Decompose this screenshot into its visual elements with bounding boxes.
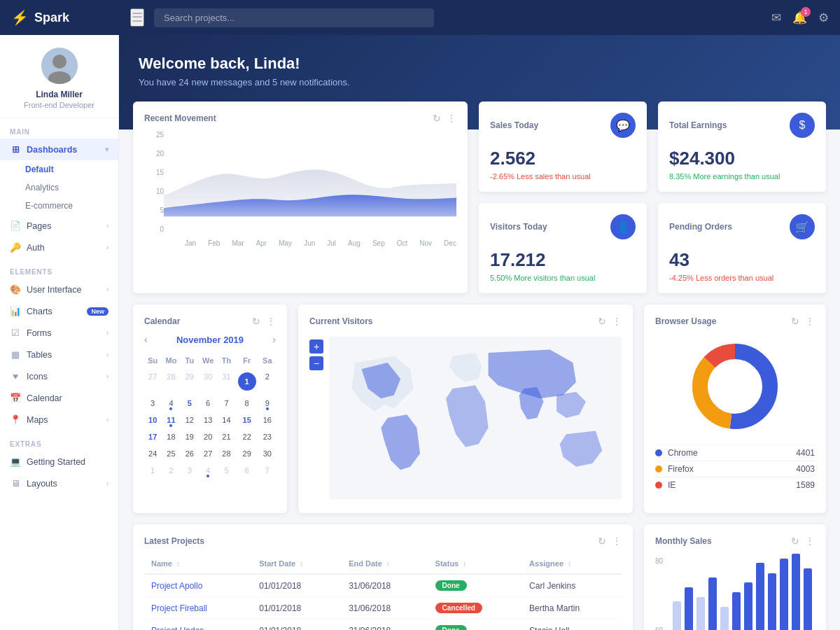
status-badge: Done <box>435 625 467 630</box>
cal-cell[interactable]: 12 <box>181 412 198 428</box>
cal-cell[interactable]: 5 <box>218 463 234 478</box>
calendar-refresh-icon[interactable]: ↻ <box>252 316 260 327</box>
cal-cell[interactable]: 19 <box>181 429 198 444</box>
project-name-link[interactable]: Project Apollo <box>151 581 202 591</box>
cal-cell[interactable]: 10 <box>144 412 161 428</box>
cal-cell[interactable]: 11 <box>162 412 179 428</box>
charts-icon: 📊 <box>10 306 21 316</box>
sidebar-item-dashboards[interactable]: ⊞ Dashboards ▾ <box>0 139 118 160</box>
cal-cell[interactable]: 8 <box>237 396 258 411</box>
cal-next-button[interactable]: › <box>272 334 276 345</box>
cal-cell[interactable]: 24 <box>144 446 161 461</box>
pending-orders-change: -4.25% Less orders than usual <box>669 274 815 282</box>
sidebar-item-user-interface[interactable]: 🎨 User Interface › <box>0 279 118 300</box>
cal-prev-button[interactable]: ‹ <box>144 334 148 345</box>
cal-cell[interactable]: 6 <box>200 396 216 411</box>
map-refresh-icon[interactable]: ↻ <box>598 316 606 327</box>
cal-month-label: November 2019 <box>176 335 244 345</box>
cal-cell[interactable]: 20 <box>200 429 216 444</box>
recent-movement-card: Recent Movement ↻ ⋮ 2520151050 <box>133 102 468 293</box>
cal-cell[interactable]: 3 <box>181 463 198 478</box>
maps-icon: 📍 <box>10 414 21 425</box>
second-row: Calendar ↻ ⋮ ‹ November 2019 › Su Mo Tu … <box>119 304 840 524</box>
cal-cell[interactable]: 21 <box>218 429 234 444</box>
sidebar-item-getting-started[interactable]: 💻 Getting Started <box>0 451 118 472</box>
cal-cell[interactable]: 25 <box>162 446 179 461</box>
notifications-icon[interactable]: 🔔1 <box>792 10 807 25</box>
refresh-icon[interactable]: ↻ <box>433 113 441 124</box>
user-role: Front-end Developer <box>8 101 110 109</box>
cal-cell[interactable]: 14 <box>218 412 234 428</box>
browser-refresh-icon[interactable]: ↻ <box>791 316 799 327</box>
cal-cell[interactable]: 6 <box>237 463 258 478</box>
map-more-icon[interactable]: ⋮ <box>612 316 622 327</box>
cal-cell[interactable]: 31 <box>218 369 234 394</box>
settings-icon[interactable]: ⚙ <box>818 10 829 25</box>
cal-cell[interactable]: 4 <box>162 396 179 411</box>
cal-cell[interactable]: 27 <box>200 446 216 461</box>
cal-cell[interactable]: 2 <box>162 463 179 478</box>
cal-cell[interactable]: 13 <box>200 412 216 428</box>
sidebar-item-tables[interactable]: ▦ Tables › <box>0 344 118 365</box>
cal-cell[interactable]: 17 <box>144 429 161 444</box>
projects-more-icon[interactable]: ⋮ <box>612 536 622 547</box>
sidebar-item-auth[interactable]: 🔑 Auth › <box>0 237 118 258</box>
project-name-link[interactable]: Project Fireball <box>151 603 207 613</box>
browser-more-icon[interactable]: ⋮ <box>805 316 815 327</box>
cal-cell[interactable]: 29 <box>237 446 258 461</box>
search-input[interactable] <box>154 8 434 27</box>
cal-cell[interactable]: 26 <box>181 446 198 461</box>
sidebar-item-calendar[interactable]: 📅 Calendar <box>0 387 118 409</box>
welcome-sub: You have 24 new messages and 5 new notif… <box>139 77 820 88</box>
sidebar-subitem-ecommerce[interactable]: E-commerce <box>0 197 118 215</box>
cal-cell[interactable]: 4 <box>200 463 216 478</box>
chevron-right-icon: › <box>106 222 108 230</box>
sales-refresh-icon[interactable]: ↻ <box>791 536 799 547</box>
cal-cell-today[interactable]: 1 <box>237 369 258 394</box>
maps-label: Maps <box>27 415 48 425</box>
cal-cell[interactable]: 27 <box>144 369 161 394</box>
cal-cell[interactable]: 30 <box>200 369 216 394</box>
cal-cell[interactable]: 29 <box>181 369 198 394</box>
mail-icon[interactable]: ✉ <box>771 10 781 25</box>
total-earnings-change: 8.35% More earnings than usual <box>669 172 815 181</box>
cal-cell[interactable]: 16 <box>259 412 276 428</box>
donut-chart <box>655 334 815 439</box>
cal-cell[interactable]: 28 <box>218 446 234 461</box>
hamburger-button[interactable]: ☰ <box>130 8 144 27</box>
calendar-more-icon[interactable]: ⋮ <box>266 316 276 327</box>
browser-legend: Chrome 4401 Firefox 4003 IE 1589 <box>655 444 815 493</box>
section-label-extras: Extras <box>0 430 118 451</box>
sidebar-subitem-default[interactable]: Default <box>0 160 118 178</box>
map-zoom-out[interactable]: − <box>309 356 323 370</box>
map-zoom-in[interactable]: + <box>309 340 323 354</box>
sidebar-item-layouts[interactable]: 🖥 Layouts › <box>0 472 118 494</box>
browser-usage-card: Browser Usage ↻ ⋮ <box>644 304 826 513</box>
cal-cell[interactable]: 9 <box>259 396 276 411</box>
cal-cell[interactable]: 23 <box>259 429 276 444</box>
sidebar-subitem-analytics[interactable]: Analytics <box>0 178 118 197</box>
cal-cell[interactable]: 3 <box>144 396 161 411</box>
sales-more-icon[interactable]: ⋮ <box>805 536 815 547</box>
cal-cell[interactable]: 2 <box>259 369 276 394</box>
sidebar-item-charts[interactable]: 📊 Charts New <box>0 300 118 322</box>
sidebar-item-pages[interactable]: 📄 Pages › <box>0 215 118 237</box>
topnav-icons: ✉ 🔔1 ⚙ <box>771 10 829 25</box>
cal-cell[interactable]: 28 <box>162 369 179 394</box>
cal-cell[interactable]: 7 <box>218 396 234 411</box>
cal-cell[interactable]: 22 <box>237 429 258 444</box>
total-earnings-value: $24.300 <box>669 148 815 169</box>
sidebar-item-maps[interactable]: 📍 Maps › <box>0 409 118 430</box>
cal-cell[interactable]: 5 <box>181 396 198 411</box>
sidebar-item-forms[interactable]: ☑ Forms › <box>0 322 118 344</box>
cal-cell[interactable]: 1 <box>144 463 161 478</box>
cal-cell[interactable]: 18 <box>162 429 179 444</box>
projects-refresh-icon[interactable]: ↻ <box>598 536 606 547</box>
project-name-link[interactable]: Project Hades <box>151 626 204 631</box>
cal-cell[interactable]: 7 <box>259 463 276 478</box>
cal-header-su: Su <box>144 354 161 368</box>
cal-cell[interactable]: 15 <box>237 412 258 428</box>
more-icon[interactable]: ⋮ <box>447 113 456 124</box>
sidebar-item-icons[interactable]: ♥ Icons › <box>0 365 118 387</box>
cal-cell[interactable]: 30 <box>259 446 276 461</box>
